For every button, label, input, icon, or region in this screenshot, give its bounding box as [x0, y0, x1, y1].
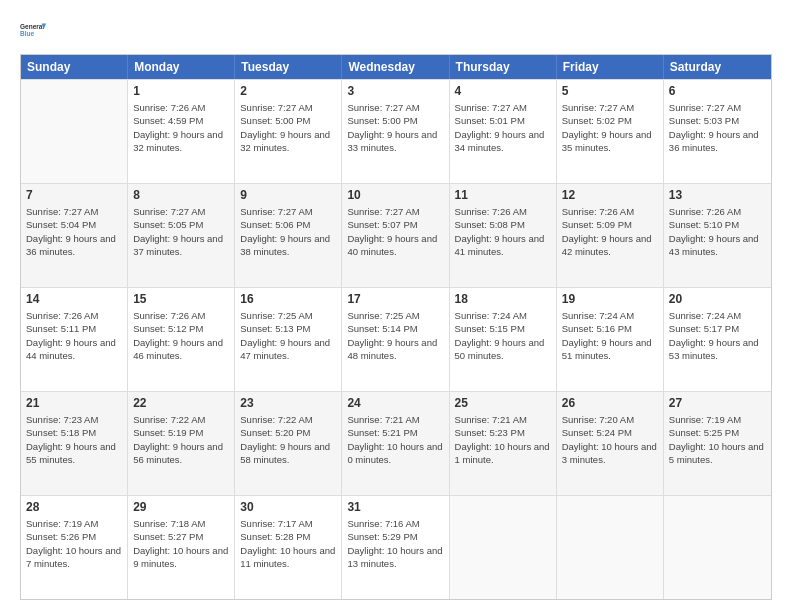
- calendar-cell: 17Sunrise: 7:25 AM Sunset: 5:14 PM Dayli…: [342, 288, 449, 391]
- calendar-cell: 7Sunrise: 7:27 AM Sunset: 5:04 PM Daylig…: [21, 184, 128, 287]
- calendar-cell: 20Sunrise: 7:24 AM Sunset: 5:17 PM Dayli…: [664, 288, 771, 391]
- day-number: 7: [26, 187, 122, 203]
- calendar-cell: 3Sunrise: 7:27 AM Sunset: 5:00 PM Daylig…: [342, 80, 449, 183]
- calendar-row: 14Sunrise: 7:26 AM Sunset: 5:11 PM Dayli…: [21, 287, 771, 391]
- calendar-cell: 25Sunrise: 7:21 AM Sunset: 5:23 PM Dayli…: [450, 392, 557, 495]
- day-info: Sunrise: 7:27 AM Sunset: 5:00 PM Dayligh…: [240, 101, 336, 154]
- weekday-header: Wednesday: [342, 55, 449, 79]
- calendar-cell: [450, 496, 557, 599]
- calendar-cell: 5Sunrise: 7:27 AM Sunset: 5:02 PM Daylig…: [557, 80, 664, 183]
- day-info: Sunrise: 7:27 AM Sunset: 5:05 PM Dayligh…: [133, 205, 229, 258]
- day-info: Sunrise: 7:21 AM Sunset: 5:23 PM Dayligh…: [455, 413, 551, 466]
- calendar-cell: 13Sunrise: 7:26 AM Sunset: 5:10 PM Dayli…: [664, 184, 771, 287]
- day-number: 17: [347, 291, 443, 307]
- day-number: 13: [669, 187, 766, 203]
- calendar-cell: 21Sunrise: 7:23 AM Sunset: 5:18 PM Dayli…: [21, 392, 128, 495]
- day-info: Sunrise: 7:26 AM Sunset: 5:08 PM Dayligh…: [455, 205, 551, 258]
- calendar-cell: 24Sunrise: 7:21 AM Sunset: 5:21 PM Dayli…: [342, 392, 449, 495]
- calendar-cell: 27Sunrise: 7:19 AM Sunset: 5:25 PM Dayli…: [664, 392, 771, 495]
- day-info: Sunrise: 7:27 AM Sunset: 5:06 PM Dayligh…: [240, 205, 336, 258]
- day-number: 1: [133, 83, 229, 99]
- day-info: Sunrise: 7:22 AM Sunset: 5:19 PM Dayligh…: [133, 413, 229, 466]
- day-info: Sunrise: 7:27 AM Sunset: 5:04 PM Dayligh…: [26, 205, 122, 258]
- day-number: 24: [347, 395, 443, 411]
- calendar-cell: 4Sunrise: 7:27 AM Sunset: 5:01 PM Daylig…: [450, 80, 557, 183]
- day-number: 4: [455, 83, 551, 99]
- day-info: Sunrise: 7:27 AM Sunset: 5:02 PM Dayligh…: [562, 101, 658, 154]
- day-info: Sunrise: 7:24 AM Sunset: 5:15 PM Dayligh…: [455, 309, 551, 362]
- day-info: Sunrise: 7:26 AM Sunset: 5:11 PM Dayligh…: [26, 309, 122, 362]
- day-info: Sunrise: 7:18 AM Sunset: 5:27 PM Dayligh…: [133, 517, 229, 570]
- svg-text:General: General: [20, 23, 44, 30]
- day-number: 27: [669, 395, 766, 411]
- calendar-cell: [557, 496, 664, 599]
- day-number: 31: [347, 499, 443, 515]
- day-info: Sunrise: 7:27 AM Sunset: 5:07 PM Dayligh…: [347, 205, 443, 258]
- day-number: 28: [26, 499, 122, 515]
- calendar: SundayMondayTuesdayWednesdayThursdayFrid…: [20, 54, 772, 600]
- weekday-header: Sunday: [21, 55, 128, 79]
- calendar-cell: 18Sunrise: 7:24 AM Sunset: 5:15 PM Dayli…: [450, 288, 557, 391]
- calendar-cell: 2Sunrise: 7:27 AM Sunset: 5:00 PM Daylig…: [235, 80, 342, 183]
- calendar-cell: [664, 496, 771, 599]
- day-info: Sunrise: 7:20 AM Sunset: 5:24 PM Dayligh…: [562, 413, 658, 466]
- calendar-cell: 6Sunrise: 7:27 AM Sunset: 5:03 PM Daylig…: [664, 80, 771, 183]
- calendar-cell: 31Sunrise: 7:16 AM Sunset: 5:29 PM Dayli…: [342, 496, 449, 599]
- calendar-cell: 12Sunrise: 7:26 AM Sunset: 5:09 PM Dayli…: [557, 184, 664, 287]
- page: GeneralBlue SundayMondayTuesdayWednesday…: [0, 0, 792, 612]
- calendar-row: 28Sunrise: 7:19 AM Sunset: 5:26 PM Dayli…: [21, 495, 771, 599]
- day-info: Sunrise: 7:22 AM Sunset: 5:20 PM Dayligh…: [240, 413, 336, 466]
- day-number: 19: [562, 291, 658, 307]
- header: GeneralBlue: [20, 16, 772, 44]
- day-number: 10: [347, 187, 443, 203]
- weekday-header: Tuesday: [235, 55, 342, 79]
- day-info: Sunrise: 7:27 AM Sunset: 5:00 PM Dayligh…: [347, 101, 443, 154]
- day-info: Sunrise: 7:21 AM Sunset: 5:21 PM Dayligh…: [347, 413, 443, 466]
- day-info: Sunrise: 7:19 AM Sunset: 5:26 PM Dayligh…: [26, 517, 122, 570]
- day-info: Sunrise: 7:23 AM Sunset: 5:18 PM Dayligh…: [26, 413, 122, 466]
- calendar-cell: 9Sunrise: 7:27 AM Sunset: 5:06 PM Daylig…: [235, 184, 342, 287]
- day-info: Sunrise: 7:27 AM Sunset: 5:01 PM Dayligh…: [455, 101, 551, 154]
- calendar-cell: 14Sunrise: 7:26 AM Sunset: 5:11 PM Dayli…: [21, 288, 128, 391]
- calendar-cell: 16Sunrise: 7:25 AM Sunset: 5:13 PM Dayli…: [235, 288, 342, 391]
- day-number: 26: [562, 395, 658, 411]
- calendar-row: 7Sunrise: 7:27 AM Sunset: 5:04 PM Daylig…: [21, 183, 771, 287]
- day-info: Sunrise: 7:24 AM Sunset: 5:16 PM Dayligh…: [562, 309, 658, 362]
- day-number: 11: [455, 187, 551, 203]
- day-info: Sunrise: 7:27 AM Sunset: 5:03 PM Dayligh…: [669, 101, 766, 154]
- day-info: Sunrise: 7:24 AM Sunset: 5:17 PM Dayligh…: [669, 309, 766, 362]
- calendar-body: 1Sunrise: 7:26 AM Sunset: 4:59 PM Daylig…: [21, 79, 771, 599]
- day-info: Sunrise: 7:26 AM Sunset: 5:10 PM Dayligh…: [669, 205, 766, 258]
- calendar-row: 1Sunrise: 7:26 AM Sunset: 4:59 PM Daylig…: [21, 79, 771, 183]
- weekday-header: Thursday: [450, 55, 557, 79]
- day-number: 29: [133, 499, 229, 515]
- day-info: Sunrise: 7:25 AM Sunset: 5:13 PM Dayligh…: [240, 309, 336, 362]
- day-info: Sunrise: 7:25 AM Sunset: 5:14 PM Dayligh…: [347, 309, 443, 362]
- day-info: Sunrise: 7:26 AM Sunset: 4:59 PM Dayligh…: [133, 101, 229, 154]
- weekday-header: Monday: [128, 55, 235, 79]
- day-number: 2: [240, 83, 336, 99]
- day-number: 25: [455, 395, 551, 411]
- calendar-cell: 15Sunrise: 7:26 AM Sunset: 5:12 PM Dayli…: [128, 288, 235, 391]
- calendar-cell: 11Sunrise: 7:26 AM Sunset: 5:08 PM Dayli…: [450, 184, 557, 287]
- day-number: 20: [669, 291, 766, 307]
- day-number: 21: [26, 395, 122, 411]
- day-number: 3: [347, 83, 443, 99]
- calendar-cell: 30Sunrise: 7:17 AM Sunset: 5:28 PM Dayli…: [235, 496, 342, 599]
- weekday-header: Saturday: [664, 55, 771, 79]
- svg-text:Blue: Blue: [20, 30, 34, 37]
- day-number: 14: [26, 291, 122, 307]
- day-number: 16: [240, 291, 336, 307]
- day-number: 30: [240, 499, 336, 515]
- logo: GeneralBlue: [20, 16, 48, 44]
- calendar-cell: 28Sunrise: 7:19 AM Sunset: 5:26 PM Dayli…: [21, 496, 128, 599]
- day-info: Sunrise: 7:26 AM Sunset: 5:12 PM Dayligh…: [133, 309, 229, 362]
- day-number: 23: [240, 395, 336, 411]
- day-number: 15: [133, 291, 229, 307]
- calendar-row: 21Sunrise: 7:23 AM Sunset: 5:18 PM Dayli…: [21, 391, 771, 495]
- day-number: 8: [133, 187, 229, 203]
- day-number: 9: [240, 187, 336, 203]
- day-number: 6: [669, 83, 766, 99]
- calendar-cell: 8Sunrise: 7:27 AM Sunset: 5:05 PM Daylig…: [128, 184, 235, 287]
- day-info: Sunrise: 7:16 AM Sunset: 5:29 PM Dayligh…: [347, 517, 443, 570]
